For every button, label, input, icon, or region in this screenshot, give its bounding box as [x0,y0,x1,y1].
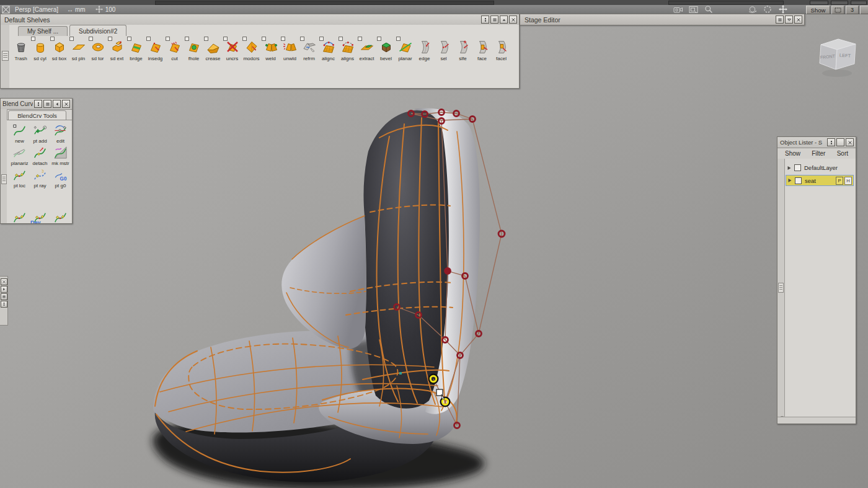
shelf-tool-sel[interactable]: sel [434,37,453,61]
lister-menu-show[interactable]: Show [785,150,800,157]
object-lister-titlebar[interactable]: Object Lister - S [777,137,856,148]
tool-option-box[interactable] [50,37,55,41]
blend-tool-pt-g0[interactable]: G0pt g0 [50,167,71,189]
window-menu-button[interactable] [776,16,784,24]
shelf-tool-trash[interactable]: Trash [11,37,30,61]
lister-scrollbar[interactable] [777,159,785,417]
lister-row-seat[interactable]: seatPH [786,175,854,186]
scrollbar-handle[interactable] [1,174,7,184]
shelf-tool-uncrs[interactable]: uncrs [223,37,242,61]
show-button[interactable]: Show [806,6,830,14]
tool-option-box[interactable] [108,37,112,41]
shelf-tool-facel[interactable]: facel [492,37,511,61]
tool-option-box[interactable] [396,37,401,41]
shelf-tool-sd-ext[interactable]: sd ext [107,37,126,61]
shelf-tool-refrm[interactable]: refrm [299,37,319,61]
shelf-titlebar[interactable]: Default Shelves [1,14,519,25]
shelf-tool-planar[interactable]: planar [396,37,415,61]
blend-tool-clipped[interactable] [9,210,30,223]
scrollbar-handle[interactable] [778,283,784,293]
tool-option-box[interactable] [185,37,189,41]
seat-model[interactable] [153,108,505,488]
blend-tool-clipped[interactable] [50,210,71,223]
shelf-scrollbar[interactable] [1,25,10,88]
lister-menu-sort[interactable]: Sort [837,150,848,157]
blend-curve-titlebar[interactable]: Blend Curve [1,99,72,110]
camera-view-label[interactable]: Persp [Camera] [15,6,58,13]
magnifier-icon[interactable] [704,5,713,14]
shelf-tool-cut[interactable]: cut [165,37,184,61]
blend-tool-pt-ray[interactable]: pt ray [30,167,50,189]
window-menu-button[interactable] [43,100,51,108]
tool-option-box[interactable] [262,37,266,41]
shelf-tool-modcrs[interactable]: modcrs [242,37,261,61]
marquee-button[interactable] [831,6,844,14]
window-dots-button[interactable] [827,138,835,146]
tool-option-box[interactable] [127,37,131,41]
shelf-tool-weld[interactable]: weld [261,37,280,61]
blend-tool-pt-add[interactable]: pt add [30,123,50,144]
tool-option-box[interactable] [204,37,208,41]
shelf-tool-bevel[interactable]: bevel [376,37,396,61]
window-close-icon[interactable] [62,100,70,108]
orbit-icon[interactable] [748,5,757,14]
tool-option-box[interactable] [358,37,362,41]
tool-option-box[interactable] [69,37,74,41]
shelf-tool-sd-tor[interactable]: sd tor [88,37,107,61]
window-close-icon[interactable] [794,16,802,24]
blend-tool-edit[interactable]: edit [50,123,71,144]
tool-option-box[interactable] [281,37,285,41]
shelf-tool-fhole[interactable]: fhole [184,37,203,61]
shelf-tool-unwld[interactable]: unwld [280,37,299,61]
window-collapse-left-icon[interactable] [53,100,61,108]
layer-checkbox[interactable] [794,164,801,171]
shelf-tool-sd-pln[interactable]: sd pln [69,37,88,61]
tool-option-box[interactable] [223,37,228,41]
blend-tool-detach[interactable]: detach [30,145,50,166]
tool-option-box[interactable] [31,37,35,41]
layer-badge-p[interactable]: P [836,177,843,185]
window-close-icon[interactable] [846,138,854,146]
tool-option-box[interactable] [339,37,343,41]
shelf-tool-extract[interactable]: extract [357,37,376,61]
tool-option-box[interactable] [242,37,247,41]
tool-option-box[interactable] [146,37,151,41]
expand-caret-icon[interactable] [787,166,792,171]
tool-option-box[interactable] [377,37,381,41]
shelf-tool-brdge[interactable]: brdge [126,37,146,61]
window-blank-button[interactable] [836,138,844,146]
select-circle-icon[interactable] [763,5,772,14]
shelf-tool-crease[interactable]: crease [203,37,223,61]
camera-icon[interactable] [673,6,683,14]
shelf-tool-slfe[interactable]: slfe [453,37,472,61]
window-close-icon[interactable] [509,16,517,24]
window-dots-button[interactable] [34,100,42,108]
blend-tool-mk-mstr[interactable]: mk mstr [50,145,71,166]
blend-tool-pt-loc[interactable]: pt loc [9,167,30,189]
shelf-tool-edge[interactable]: edge [415,37,434,61]
shelf-tool-insedg[interactable]: insedg [146,37,165,61]
lister-menu-filter[interactable]: Filter [812,150,825,157]
expand-right-icon[interactable] [1,286,7,293]
window-menu-button[interactable] [490,16,498,24]
tool-option-box[interactable] [300,37,304,41]
blend-tool-planariz[interactable]: planariz [9,145,30,166]
expand-caret-icon[interactable] [787,178,792,183]
shelf-tool-alignc[interactable]: alignc [319,37,338,61]
tool-option-box[interactable] [319,37,324,41]
scrollbar-handle[interactable] [2,51,9,61]
window-dots-button[interactable] [481,16,489,24]
move-tool-icon[interactable] [779,5,787,14]
tool-option-box[interactable] [89,37,93,41]
shelf-tab-my-shelf-[interactable]: My Shelf ... [18,26,68,36]
view-cube[interactable]: FRONT LEFT [813,35,863,79]
shelf-tool-sd-cyl[interactable]: sd cyl [30,37,50,61]
view-3-button[interactable]: 3 [846,6,859,14]
viewport-frame-icon[interactable] [2,6,10,14]
shelf-tab-subdivision-2[interactable]: Subdivision#2 [69,25,126,36]
lister-row-defaultlayer[interactable]: DefaultLayer [786,162,854,173]
collapsed-panel-strip[interactable] [0,276,8,326]
layer-badge-h[interactable]: H [844,177,852,185]
pan-zoom-icon[interactable] [95,6,103,13]
render-view-icon[interactable] [689,6,698,14]
